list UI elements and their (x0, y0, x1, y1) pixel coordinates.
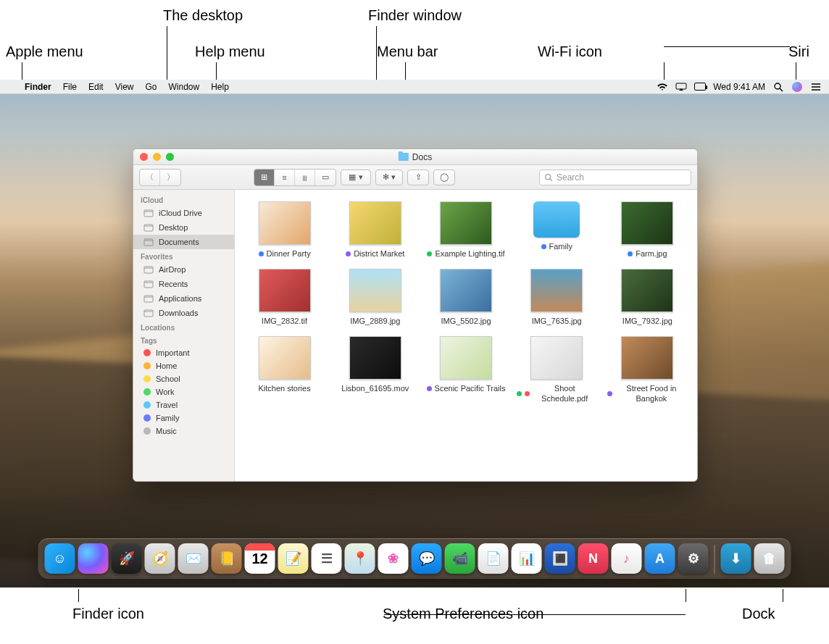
notification-center-icon[interactable] (810, 82, 822, 92)
spotlight-icon[interactable] (772, 82, 784, 92)
menu-edit[interactable]: Edit (83, 82, 109, 92)
menu-go[interactable]: Go (140, 82, 163, 92)
window-close-button[interactable] (140, 153, 148, 161)
sidebar-item-documents[interactable]: Documents (133, 235, 234, 249)
svg-rect-11 (144, 267, 153, 273)
menu-help[interactable]: Help (205, 82, 235, 92)
dock-icon-news[interactable]: N (578, 543, 609, 574)
sidebar-item-airdrop[interactable]: AirDrop (133, 262, 234, 277)
sidebar-tag-travel[interactable]: Travel (133, 398, 234, 411)
dock-icon-finder[interactable]: ☺ (45, 543, 75, 574)
menu-file[interactable]: File (57, 82, 83, 92)
search-icon (544, 173, 553, 182)
back-button[interactable]: 〈 (140, 170, 160, 185)
dock-icon-notes[interactable]: 📝 (278, 543, 309, 574)
view-gallery-button[interactable]: ▭ (315, 170, 336, 185)
sidebar-item-desktop[interactable]: Desktop (133, 220, 234, 235)
action-button[interactable]: ✻ ▾ (375, 170, 403, 185)
sidebar-tag-family[interactable]: Family (133, 411, 234, 425)
view-list-button[interactable]: ≡ (275, 170, 295, 185)
sidebar-item-applications[interactable]: Applications (133, 291, 234, 306)
file-item[interactable]: Example Lighting.tif (422, 201, 509, 259)
dock-icon-system-preferences[interactable]: ⚙︎ (678, 543, 709, 574)
sidebar-tag-important[interactable]: Important (133, 346, 234, 359)
file-item[interactable]: District Market (331, 201, 419, 259)
tags-button[interactable]: ◯ (433, 170, 455, 185)
forward-button[interactable]: 〉 (160, 170, 180, 185)
dock-icon-siri[interactable] (78, 543, 109, 574)
dock-icon-appstore[interactable]: A (645, 543, 675, 574)
dock-separator (715, 545, 715, 574)
sidebar-item-icloud-drive[interactable]: iCloud Drive (133, 206, 234, 220)
sidebar-item-label: iCloud Drive (159, 209, 202, 217)
file-tag-dot (607, 391, 612, 396)
dock-icon-numbers[interactable]: 📊 (512, 543, 542, 574)
nav-buttons: 〈 〉 (139, 169, 181, 186)
dock-icon-calendar[interactable]: 12 (245, 543, 275, 574)
view-icons-button[interactable]: ⊞ (254, 170, 275, 185)
sidebar-tag-home[interactable]: Home (133, 359, 234, 372)
file-item[interactable]: Street Food in Bangkok (604, 336, 691, 403)
share-button[interactable]: ⇪ (407, 170, 429, 185)
battery-icon[interactable] (694, 82, 706, 92)
file-item[interactable]: Scenic Pacific Trails (422, 336, 509, 403)
file-item[interactable]: IMG_7635.jpg (513, 269, 601, 326)
dock-icon-messages[interactable]: 💬 (412, 543, 442, 574)
dock-icon-facetime[interactable]: 📹 (445, 543, 475, 574)
sidebar-tag-label: Music (156, 427, 177, 435)
tag-color-dot (143, 362, 151, 369)
file-item[interactable]: Farm.jpg (604, 201, 691, 259)
desktop-wallpaper[interactable]: Finder File Edit View Go Window Help Wed… (0, 80, 829, 587)
sidebar-tag-music[interactable]: Music (133, 425, 234, 438)
dock-icon-itunes[interactable]: ♪ (612, 543, 642, 574)
sidebar-item-recents[interactable]: Recents (133, 277, 234, 291)
airplay-icon[interactable] (675, 82, 687, 92)
group-button[interactable]: ▦ ▾ (341, 170, 371, 185)
tag-color-dot (143, 414, 151, 422)
file-item[interactable]: IMG_2889.jpg (331, 269, 419, 326)
file-name: IMG_7932.jpg (622, 317, 672, 326)
sidebar-tag-work[interactable]: Work (133, 385, 234, 398)
dock-icon-keynote[interactable]: 🔳 (545, 543, 575, 574)
file-item[interactable]: Dinner Party (241, 201, 328, 259)
file-item[interactable]: IMG_2832.tif (241, 269, 328, 326)
dock-icon-maps[interactable]: 📍 (345, 543, 375, 574)
window-zoom-button[interactable] (166, 153, 174, 161)
file-thumbnail (349, 269, 401, 312)
callout-dock: Dock (742, 606, 775, 622)
menu-app-name[interactable]: Finder (19, 82, 57, 92)
finder-window[interactable]: Docs 〈 〉 ⊞ ≡ ⫼ ▭ ▦ ▾ ✻ ▾ ⇪ ◯ (133, 149, 698, 482)
sidebar-item-label: Applications (159, 294, 201, 303)
file-name: Farm.jpg (636, 249, 667, 259)
view-columns-button[interactable]: ⫼ (295, 170, 315, 185)
dock-icon-safari[interactable]: 🧭 (145, 543, 175, 574)
svg-point-1 (775, 83, 780, 89)
menu-window[interactable]: Window (163, 82, 206, 92)
dock-icon-pages[interactable]: 📄 (478, 543, 509, 574)
sidebar-item-downloads[interactable]: Downloads (133, 306, 234, 320)
search-field[interactable]: Search (539, 170, 691, 185)
file-item[interactable]: Shoot Schedule.pdf (513, 336, 601, 403)
dock-icon-trash[interactable]: 🗑 (754, 543, 785, 574)
dock-icon-reminders[interactable]: ☰ (312, 543, 342, 574)
file-thumbnail (259, 201, 311, 245)
dock-icon-mail[interactable]: ✉️ (178, 543, 209, 574)
menubar-clock[interactable]: Wed 9:41 AM (713, 82, 765, 92)
sidebar-heading: Favorites (133, 249, 234, 262)
siri-menubar-icon[interactable] (791, 82, 803, 92)
file-item[interactable]: Family (513, 201, 601, 259)
menu-view[interactable]: View (109, 82, 140, 92)
dock-icon-contacts[interactable]: 📒 (212, 543, 242, 574)
file-item[interactable]: IMG_5502.jpg (422, 269, 509, 326)
window-minimize-button[interactable] (153, 153, 161, 161)
sidebar-tag-school[interactable]: School (133, 372, 234, 385)
file-item[interactable]: Lisbon_61695.mov (331, 336, 419, 403)
file-item[interactable]: IMG_7932.jpg (604, 269, 691, 326)
dock-icon-downloads[interactable]: ⬇︎ (721, 543, 751, 574)
finder-titlebar[interactable]: Docs (133, 149, 697, 165)
file-item[interactable]: Kitchen stories (241, 336, 328, 403)
dock-icon-photos[interactable]: ❀ (378, 543, 409, 574)
finder-content[interactable]: Dinner Party District Market Example Lig… (235, 190, 697, 481)
dock-icon-launchpad[interactable]: 🚀 (112, 543, 142, 574)
wifi-icon[interactable] (657, 82, 668, 92)
